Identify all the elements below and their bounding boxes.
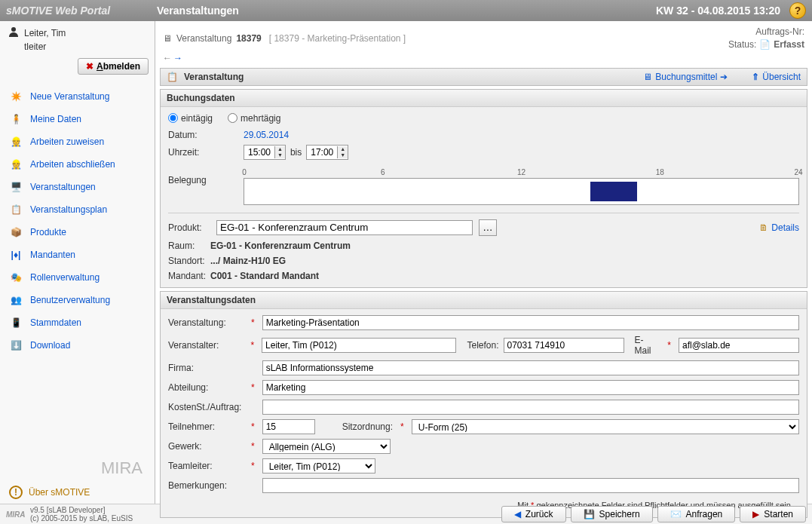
event-title: Veranstaltungsdaten [161,292,807,309]
date-link[interactable]: 29.05.2014 [244,130,289,140]
app-title: sMOTIVE Web Portal [6,5,157,17]
close-icon: ✖ [86,61,93,72]
event-sub: [ 18379 - Marketing-Präsentation ] [269,33,406,44]
info-icon: ! [9,486,23,499]
radio-single[interactable]: eintägig [168,113,213,124]
booking-title: Buchungsdaten [161,90,807,107]
nav-products[interactable]: 📦Produkte [0,221,155,244]
star-icon: ✴️ [9,90,23,103]
monitor-icon: 🖥 [163,33,172,44]
monitor-icon: 🖥 [643,72,652,82]
worker-done-icon: 👷 [9,158,23,171]
nav-finish-work[interactable]: 👷Arbeiten abschließen [0,153,155,176]
svg-point-0 [11,27,16,32]
trade-select[interactable]: Allgemein (ALG) [262,439,391,454]
product-browse-button[interactable]: … [479,219,497,236]
cost-input[interactable] [262,400,799,415]
request-button[interactable]: ✉️Anfragen [657,506,736,522]
box-icon: 📦 [9,225,23,239]
module-title: Veranstaltungen [157,5,239,17]
help-icon[interactable]: ? [789,2,806,19]
radio-multi[interactable]: mehrtägig [228,113,280,124]
status-value: Erfasst [774,38,804,51]
user-block: Leiter, Tim tleiter [0,21,155,55]
event-number: 18379 [236,33,261,44]
nav-my-data[interactable]: 🧍Meine Daten [0,108,155,130]
nav-event-plan[interactable]: 📋Veranstaltungsplan [0,198,155,221]
user-login: tleiter [8,40,147,52]
details-link[interactable]: 🗎 Details [759,222,799,233]
calendar-icon: 📋 [9,203,23,216]
users-icon: 👥 [9,293,23,307]
time-label: Uhrzeit: [168,147,244,158]
nav: ✴️Neue Veranstaltung 🧍Meine Daten 👷Arbei… [0,81,155,452]
worker-icon: 👷 [9,135,23,149]
logout-button[interactable]: ✖Abmelden [78,58,149,75]
dept-input[interactable] [262,380,799,395]
nav-events[interactable]: 🖥️Veranstaltungen [0,176,155,198]
link-buchungsmittel[interactable]: 🖥 Buchungsmittel ➔ [643,72,728,82]
copyright-label: (c) 2005-2015 by sLAB, EuSIS [30,514,133,522]
content: 🖥 Veranstaltung 18379 [ 18379 - Marketin… [155,21,812,504]
firm-input[interactable] [262,360,799,375]
person-icon: 🧍 [9,112,23,126]
time-from-spinner[interactable]: ▲▼ [244,145,286,160]
room-value: EG-01 - Konferenzraum Centrum [210,241,351,251]
brand-logo: MIRA [0,452,155,481]
footer-logo: MIRA [6,510,24,519]
organizer-input[interactable] [262,338,456,353]
download-icon: ⬇️ [9,339,23,352]
time-to-input[interactable] [307,147,337,158]
nav-roles[interactable]: 🎭Rollenverwaltung [0,266,155,289]
nav-assign-work[interactable]: 👷Arbeiten zuweisen [0,130,155,153]
forward-arrow[interactable]: → [173,53,182,63]
monitor-icon: 🖥️ [9,180,23,194]
date-label: Datum: [168,130,244,140]
link-uebersicht[interactable]: ⇑ Übersicht [752,72,801,82]
remarks-input[interactable] [262,478,799,493]
booking-panel: Buchungsdaten eintägig mehrtägig Datum: … [160,89,807,288]
phone-input[interactable] [504,338,624,353]
clipboard-icon: 📋 [167,72,178,82]
nav-masterdata[interactable]: 📱Stammdaten [0,311,155,334]
email-input[interactable] [679,338,799,353]
event-panel: Veranstaltungsdaten Veranstaltung:* Vera… [160,291,807,518]
occlabel: Belegung [168,164,244,185]
product-input[interactable] [216,220,473,235]
sidebar: Leiter, Tim tleiter ✖Abmelden ✴️Neue Ver… [0,21,155,504]
location-value: .../ Mainz-H1/0 EG [210,256,286,266]
section-header: 📋 Veranstaltung 🖥 Buchungsmittel ➔ ⇑ Übe… [160,68,807,86]
mail-icon: ✉️ [670,509,682,519]
timeline[interactable]: 0 6 12 18 24 [244,178,799,205]
device-icon: 📱 [9,316,23,329]
mandant-value: C001 - Standard Mandant [210,271,319,281]
mandant-icon: |♦| [9,248,23,262]
user-icon [8,26,20,40]
status-label: Status: [728,38,756,51]
order-label: Auftrags-Nr: [728,26,804,38]
start-button[interactable]: ▶Starten [740,506,806,522]
back-button[interactable]: ◀Zurück [501,506,566,522]
nav-users[interactable]: 👥Benutzerverwaltung [0,289,155,311]
floppy-icon: 💾 [584,509,595,519]
seating-select[interactable]: U-Form (25) [412,419,799,434]
teamlead-select[interactable]: Leiter, Tim (P012) [262,458,375,473]
event-name-input[interactable] [262,315,799,330]
back-arrow-icon: ◀ [514,509,521,519]
document-icon: 🗎 [759,222,768,233]
product-label: Produkt: [168,222,210,233]
user-name: Leiter, Tim [24,28,66,38]
about-link[interactable]: ! Über sMOTIVE [0,481,155,504]
timeline-booking [590,182,636,201]
back-arrow[interactable]: ← [163,53,172,63]
nav-download[interactable]: ⬇️Download [0,334,155,357]
save-button[interactable]: 💾Speichern [571,506,653,522]
time-from-input[interactable] [244,147,274,158]
participants-input[interactable] [262,419,315,434]
nav-new-event[interactable]: ✴️Neue Veranstaltung [0,85,155,108]
nav-mandants[interactable]: |♦|Mandanten [0,244,155,266]
time-to-spinner[interactable]: ▲▼ [306,145,348,160]
document-icon: 📄 [759,38,771,51]
play-icon: ▶ [752,509,759,519]
title-bar: sMOTIVE Web Portal Veranstaltungen KW 32… [0,0,812,21]
